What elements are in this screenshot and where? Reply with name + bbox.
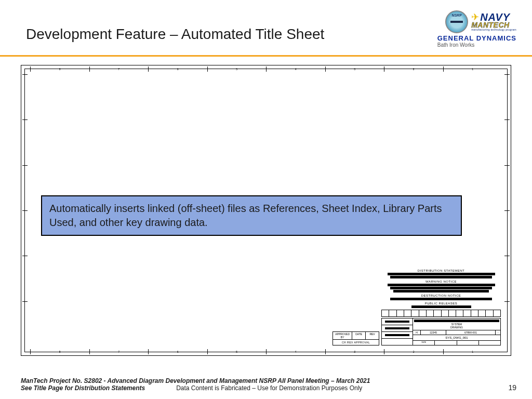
- drawing-title-block: DISTRIBUTION STATEMENT WARNING NOTICE DE…: [381, 269, 501, 345]
- logo-group: NSRP ✈ NAVY MANTECH manufacturing techno…: [437, 10, 516, 48]
- footer-distribution: See Title Page for Distribution Statemen…: [21, 384, 145, 392]
- header-divider: [0, 55, 532, 57]
- general-dynamics-logo: GENERAL DYNAMICS Bath Iron Works: [437, 34, 516, 48]
- ruler-left: [22, 74, 28, 347]
- ruler-right: [504, 74, 510, 347]
- feature-callout: Automatically inserts linked (off-sheet)…: [41, 195, 462, 236]
- nsrp-logo: NSRP: [445, 10, 468, 33]
- slide-footer: ManTech Project No. S2802 - Advanced Dia…: [21, 377, 516, 392]
- ruler-bottom: 87654321: [30, 349, 502, 354]
- slide-title: Development Feature – Automated Title Sh…: [26, 10, 324, 43]
- title-sheet-drawing: 87654321 87654321 DISTRIBUTION STATEMENT…: [21, 65, 511, 356]
- revision-block: APPROVED BY DATE REV CH REV APPROVAL: [332, 331, 379, 345]
- footer-disclaimer: Data Content is Fabricated – Use for Dem…: [176, 384, 362, 392]
- plane-icon: ✈: [471, 13, 479, 21]
- ruler-top: 87654321: [30, 66, 502, 72]
- navy-mantech-logo: ✈ NAVY MANTECH manufacturing technology …: [471, 12, 516, 31]
- footer-project: ManTech Project No. S2802 - Advanced Dia…: [21, 377, 516, 384]
- page-number: 19: [508, 383, 516, 392]
